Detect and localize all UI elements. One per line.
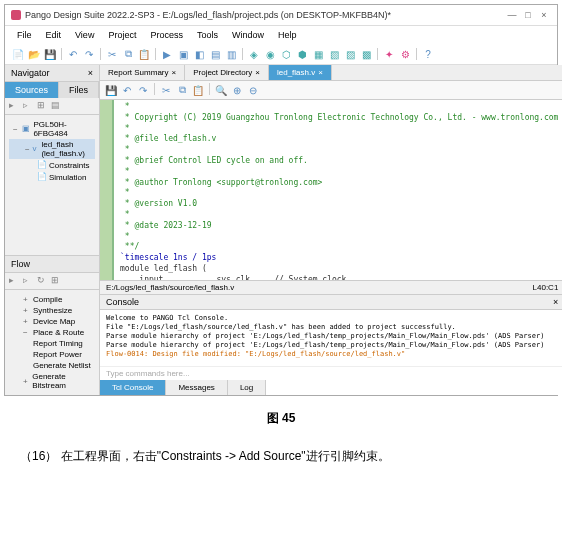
console-input[interactable]: Type commands here... bbox=[100, 366, 562, 380]
figure-caption: 图 45 bbox=[0, 410, 562, 427]
nav-tool-icon[interactable]: ▹ bbox=[23, 100, 35, 112]
instruction-text: （16） 在工程界面，右击"Constraints -> Add Source"… bbox=[0, 441, 562, 472]
tab-log[interactable]: Log bbox=[228, 380, 266, 395]
save-icon[interactable]: 💾 bbox=[43, 47, 57, 61]
maximize-button[interactable]: □ bbox=[521, 8, 535, 22]
search-icon[interactable]: 🔍 bbox=[214, 83, 228, 97]
code-content[interactable]: * * Copyright (C) 2019 Guangzhou Tronlon… bbox=[114, 100, 562, 280]
flow-synthesize[interactable]: +Synthesize bbox=[9, 305, 95, 316]
console-output[interactable]: Welcome to PANGO Tcl Console.File "E:/Lo… bbox=[100, 310, 562, 366]
separator bbox=[416, 48, 417, 60]
tab-led-flash[interactable]: led_flash.v× bbox=[269, 65, 332, 80]
flow-report-power[interactable]: Report Power bbox=[9, 349, 95, 360]
navigator-title: Navigator bbox=[11, 68, 50, 78]
flow-generate-bitstream[interactable]: +Generate Bitstream bbox=[9, 371, 95, 391]
separator bbox=[154, 83, 155, 95]
separator bbox=[155, 48, 156, 60]
ed-tool-icon[interactable]: ↷ bbox=[136, 83, 150, 97]
nav-tool-icon[interactable]: ▤ bbox=[51, 100, 63, 112]
open-icon[interactable]: 📂 bbox=[27, 47, 41, 61]
ed-tool-icon[interactable]: 📋 bbox=[191, 83, 205, 97]
flow-device-map[interactable]: +Device Map bbox=[9, 316, 95, 327]
navigator-tabs: Sources Files bbox=[5, 82, 99, 98]
tab-project-directory[interactable]: Project Directory× bbox=[185, 65, 269, 80]
cut-icon[interactable]: ✂ bbox=[105, 47, 119, 61]
flow-generate-netlist[interactable]: Generate Netlist bbox=[9, 360, 95, 371]
flow-tool-icon[interactable]: ↻ bbox=[37, 275, 49, 287]
close-icon[interactable]: × bbox=[172, 68, 177, 77]
tool-icon[interactable]: ▨ bbox=[343, 47, 357, 61]
close-icon[interactable]: × bbox=[318, 68, 323, 77]
expand-icon[interactable]: − bbox=[13, 125, 20, 134]
tool-icon[interactable]: ▣ bbox=[176, 47, 190, 61]
menu-tools[interactable]: Tools bbox=[191, 28, 224, 42]
tree-item-file[interactable]: − v led_flash (led_flash.v) bbox=[9, 139, 95, 159]
close-icon[interactable]: × bbox=[255, 68, 260, 77]
tool-icon[interactable]: ⚙ bbox=[398, 47, 412, 61]
navigator-close-icon[interactable]: × bbox=[88, 68, 93, 78]
flow-report-timing[interactable]: Report Timing bbox=[9, 338, 95, 349]
console-close-icon[interactable]: × bbox=[553, 297, 558, 307]
menu-view[interactable]: View bbox=[69, 28, 100, 42]
navigator-header: Navigator × bbox=[5, 65, 99, 82]
flow-tool-icon[interactable]: ⊞ bbox=[51, 275, 63, 287]
ed-tool-icon[interactable]: ⧉ bbox=[175, 83, 189, 97]
tool-icon[interactable]: ◈ bbox=[247, 47, 261, 61]
flow-compile[interactable]: +Compile bbox=[9, 294, 95, 305]
ed-tool-icon[interactable]: ⊖ bbox=[246, 83, 260, 97]
cursor-position: L40:C1 bbox=[533, 283, 559, 292]
flow-tool-icon[interactable]: ▸ bbox=[9, 275, 21, 287]
tool-icon[interactable]: ▩ bbox=[359, 47, 373, 61]
tool-icon[interactable]: ◉ bbox=[263, 47, 277, 61]
tab-files[interactable]: Files bbox=[59, 82, 99, 98]
tab-messages[interactable]: Messages bbox=[166, 380, 227, 395]
menubar: File Edit View Project Process Tools Win… bbox=[5, 26, 557, 44]
menu-help[interactable]: Help bbox=[272, 28, 303, 42]
source-tree: − ▣ PGL50H-6FBG484 − v led_flash (led_fl… bbox=[5, 115, 99, 255]
menu-project[interactable]: Project bbox=[102, 28, 142, 42]
paste-icon[interactable]: 📋 bbox=[137, 47, 151, 61]
flow-toolbar: ▸ ▹ ↻ ⊞ bbox=[5, 273, 99, 290]
tool-icon[interactable]: ⬡ bbox=[279, 47, 293, 61]
tool-icon[interactable]: ⬢ bbox=[295, 47, 309, 61]
ed-tool-icon[interactable]: ↶ bbox=[120, 83, 134, 97]
file-icon: 📄 bbox=[37, 172, 47, 182]
help-icon[interactable]: ? bbox=[421, 47, 435, 61]
menu-process[interactable]: Process bbox=[144, 28, 189, 42]
tool-icon[interactable]: ◧ bbox=[192, 47, 206, 61]
nav-tool-icon[interactable]: ▸ bbox=[9, 100, 21, 112]
menu-window[interactable]: Window bbox=[226, 28, 270, 42]
flow-place-route[interactable]: −Place & Route bbox=[9, 327, 95, 338]
project-name: PGL50H-6FBG484 bbox=[33, 120, 95, 138]
undo-icon[interactable]: ↶ bbox=[66, 47, 80, 61]
new-icon[interactable]: 📄 bbox=[11, 47, 25, 61]
ed-tool-icon[interactable]: ⊕ bbox=[230, 83, 244, 97]
tool-icon[interactable]: ▤ bbox=[208, 47, 222, 61]
nav-tool-icon[interactable]: ⊞ bbox=[37, 100, 49, 112]
minimize-button[interactable]: — bbox=[505, 8, 519, 22]
tree-item-constraints[interactable]: 📄 Constraints bbox=[9, 159, 95, 171]
menu-file[interactable]: File bbox=[11, 28, 38, 42]
ed-tool-icon[interactable]: ✂ bbox=[159, 83, 173, 97]
chip-icon: ▣ bbox=[22, 124, 31, 134]
tab-report-summary[interactable]: Report Summary× bbox=[100, 65, 185, 80]
expand-icon[interactable]: − bbox=[25, 145, 31, 154]
code-editor[interactable]: * * Copyright (C) 2019 Guangzhou Tronlon… bbox=[100, 100, 562, 280]
tab-sources[interactable]: Sources bbox=[5, 82, 59, 98]
console-header: Console × bbox=[100, 295, 562, 310]
menu-edit[interactable]: Edit bbox=[40, 28, 68, 42]
flow-tool-icon[interactable]: ▹ bbox=[23, 275, 35, 287]
tree-item-simulation[interactable]: 📄 Simulation bbox=[9, 171, 95, 183]
ed-tool-icon[interactable]: 💾 bbox=[104, 83, 118, 97]
close-button[interactable]: × bbox=[537, 8, 551, 22]
tree-project[interactable]: − ▣ PGL50H-6FBG484 bbox=[9, 119, 95, 139]
separator bbox=[377, 48, 378, 60]
tool-icon[interactable]: ▶ bbox=[160, 47, 174, 61]
tool-icon[interactable]: ✦ bbox=[382, 47, 396, 61]
copy-icon[interactable]: ⧉ bbox=[121, 47, 135, 61]
tool-icon[interactable]: ▥ bbox=[224, 47, 238, 61]
tool-icon[interactable]: ▦ bbox=[311, 47, 325, 61]
redo-icon[interactable]: ↷ bbox=[82, 47, 96, 61]
tool-icon[interactable]: ▧ bbox=[327, 47, 341, 61]
tab-tcl-console[interactable]: Tcl Console bbox=[100, 380, 166, 395]
